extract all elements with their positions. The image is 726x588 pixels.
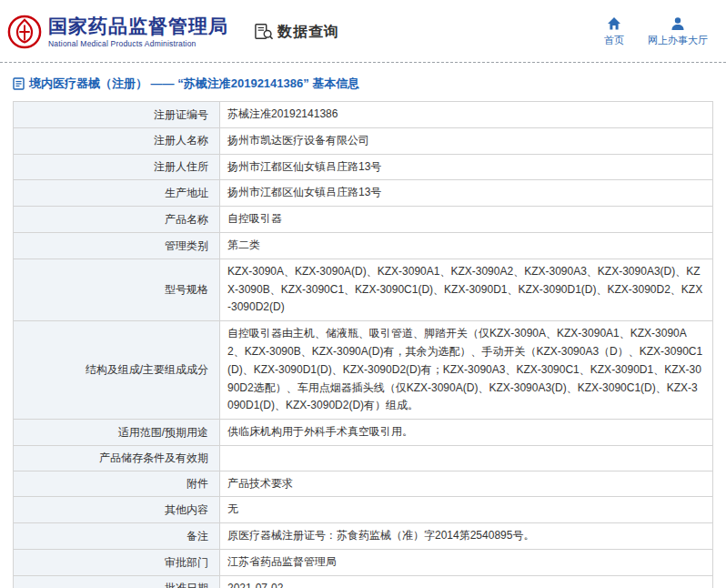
row-label: 注册证编号 [14, 102, 220, 128]
table-row: 注册人名称 扬州市凯达医疗设备有限公司 [14, 127, 713, 154]
row-value: 自控吸引器 [220, 207, 713, 233]
row-label: 注册人住所 [14, 154, 220, 180]
table-row: 结构及组成/主要组成成分 自控吸引器由主机、储液瓶、吸引管道、脚踏开关（仅KZX… [14, 321, 713, 420]
nav-home-label: 首页 [604, 34, 624, 47]
row-value: 江苏省药品监督管理局 [220, 549, 713, 575]
nav-service-hall[interactable]: 网上办事大厅 [648, 16, 708, 47]
row-label: 批准日期 [14, 575, 220, 588]
table-row: 注册证编号 苏械注准20192141386 [14, 102, 713, 128]
table-row: 产品储存条件及有效期 [14, 445, 713, 471]
header-nav: 首页 网上办事大厅 [604, 16, 713, 47]
row-value: 苏械注准20192141386 [220, 102, 713, 128]
row-value: 扬州市江都区仙女镇吕庄路13号 [220, 154, 713, 180]
org-name-en: National Medical Products Administration [48, 39, 228, 48]
table-row: 产品名称 自控吸引器 [14, 207, 713, 233]
table-row: 备注 原医疗器械注册证号：苏食药监械（准）字2014第2540895号。 [14, 523, 713, 550]
person-icon [671, 16, 685, 31]
table-row: 生产地址 扬州市江都区仙女镇吕庄路13号 [14, 180, 713, 207]
row-value: 无 [220, 497, 713, 523]
brand[interactable]: 国家药品监督管理局 National Medical Products Admi… [7, 15, 228, 49]
row-label: 产品储存条件及有效期 [14, 445, 220, 471]
table-row: 审批部门 江苏省药品监督管理局 [14, 549, 713, 575]
site-header: 国家药品监督管理局 National Medical Products Admi… [0, 0, 726, 62]
row-label: 审批部门 [14, 549, 220, 575]
row-value: 自控吸引器由主机、储液瓶、吸引管道、脚踏开关（仅KZX-3090A、KZX-30… [220, 321, 713, 420]
header-divider [0, 62, 726, 63]
row-value: 第二类 [220, 232, 713, 259]
table-row: 适用范围/预期用途 供临床机构用于外科手术真空吸引用。 [14, 420, 713, 446]
row-label: 管理类别 [14, 232, 220, 259]
nav-service-hall-label: 网上办事大厅 [648, 34, 708, 47]
table-row: 其他内容 无 [14, 497, 713, 523]
row-label: 注册人名称 [14, 127, 220, 154]
page-title-bar: 境内医疗器械（注册） —— “苏械注准20192141386” 基本信息 [13, 76, 726, 92]
row-label: 结构及组成/主要组成成分 [14, 321, 220, 420]
row-value [220, 445, 713, 471]
row-label: 产品名称 [14, 207, 220, 233]
page-title: 境内医疗器械（注册） —— “苏械注准20192141386” 基本信息 [29, 76, 359, 92]
nav-home[interactable]: 首页 [604, 16, 624, 47]
row-value: 扬州市江都区仙女镇吕庄路13号 [220, 180, 713, 207]
row-label: 适用范围/预期用途 [14, 420, 220, 446]
data-query-icon [254, 23, 274, 41]
table-row: 附件 产品技术要求 [14, 471, 713, 497]
table-row: 批准日期 2021-07-02 [14, 575, 713, 588]
row-value: 产品技术要求 [220, 471, 713, 497]
row-label: 附件 [14, 471, 220, 497]
row-value: 原医疗器械注册证号：苏食药监械（准）字2014第2540895号。 [220, 523, 713, 550]
registration-info-table: 注册证编号 苏械注准20192141386 注册人名称 扬州市凯达医疗设备有限公… [13, 101, 713, 588]
row-value: KZX-3090A、KZX-3090A(D)、KZX-3090A1、KZX-30… [220, 259, 713, 320]
row-value: 供临床机构用于外科手术真空吸引用。 [220, 420, 713, 446]
document-icon [13, 77, 25, 90]
table-row: 注册人住所 扬州市江都区仙女镇吕庄路13号 [14, 154, 713, 180]
data-query-section: 数据查询 [254, 23, 339, 42]
row-label: 生产地址 [14, 180, 220, 207]
row-label: 型号规格 [14, 259, 220, 320]
home-icon [607, 16, 621, 31]
row-value: 扬州市凯达医疗设备有限公司 [220, 127, 713, 154]
section-title: 数据查询 [277, 23, 339, 42]
nmpa-logo-icon [7, 15, 42, 49]
table-row: 型号规格 KZX-3090A、KZX-3090A(D)、KZX-3090A1、K… [14, 259, 713, 320]
row-label: 其他内容 [14, 497, 220, 523]
org-name: 国家药品监督管理局 [48, 15, 228, 36]
row-value: 2021-07-02 [220, 575, 713, 588]
row-label: 备注 [14, 523, 220, 550]
table-row: 管理类别 第二类 [14, 232, 713, 259]
